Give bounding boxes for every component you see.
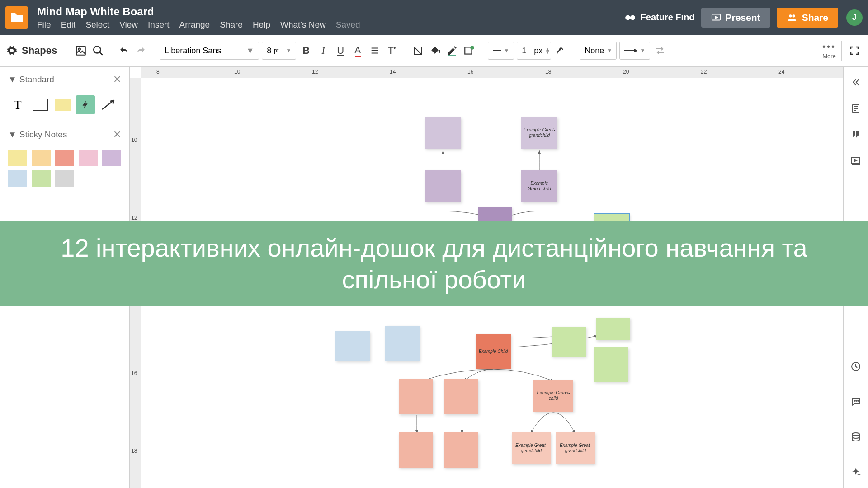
separator (482, 41, 482, 61)
ruler-horizontal: 81012141618202224 (141, 67, 843, 78)
data-button[interactable] (849, 430, 863, 444)
text-color-button[interactable]: A (350, 43, 365, 58)
text-shape[interactable]: T (8, 95, 27, 114)
mindmap-node[interactable] (399, 379, 433, 414)
shape-style-button[interactable] (462, 43, 476, 58)
play-icon (711, 13, 721, 23)
mindmap-node[interactable]: Example Great-grandchild (521, 117, 557, 149)
svg-point-7 (79, 48, 80, 50)
separator (68, 41, 68, 61)
mindmap-node[interactable]: Example Grand-child (521, 170, 557, 202)
feature-find-button[interactable]: Feature Find (624, 12, 695, 23)
close-icon[interactable]: ✕ (113, 129, 121, 141)
separator (841, 41, 842, 61)
mindmap-node[interactable] (596, 318, 630, 340)
fill-button[interactable] (410, 43, 425, 58)
menu-arrange[interactable]: Arrange (179, 20, 210, 30)
clipboard-button[interactable] (849, 102, 863, 115)
sticky-purple[interactable] (102, 150, 121, 166)
bold-button[interactable]: B (299, 43, 313, 58)
menu-help[interactable]: Help (253, 20, 270, 30)
sticky-gray[interactable] (55, 170, 74, 187)
italic-icon: I (322, 45, 325, 56)
arrow-icon (100, 99, 116, 111)
underline-button[interactable]: U (333, 43, 348, 58)
menu-view[interactable]: View (119, 20, 138, 30)
arrow-end-select[interactable]: ▼ (619, 42, 650, 60)
italic-button[interactable]: I (316, 43, 330, 58)
note-shape[interactable] (53, 95, 72, 114)
font-family-select[interactable]: Liberation Sans▼ (160, 42, 259, 60)
menu-edit[interactable]: Edit (61, 20, 76, 30)
menu-share[interactable]: Share (220, 20, 243, 30)
history-button[interactable] (849, 360, 863, 373)
document-title[interactable]: Mind Map White Board (37, 5, 624, 18)
rect-shape[interactable] (31, 95, 50, 114)
sticky-yellow2[interactable] (32, 150, 51, 166)
standard-panel-header[interactable]: ▼Standard ✕ (0, 67, 129, 92)
sparkle-button[interactable] (849, 465, 863, 479)
mindmap-node[interactable] (425, 117, 461, 149)
text-size-button[interactable]: T▸ (385, 43, 399, 58)
mindmap-node[interactable] (552, 327, 586, 357)
mindmap-node[interactable] (444, 379, 478, 414)
sticky-yellow1[interactable] (8, 150, 27, 166)
lightning-shape[interactable] (76, 95, 95, 114)
swap-arrows-button[interactable] (653, 43, 667, 58)
user-avatar[interactable]: J (846, 9, 863, 26)
mindmap-node[interactable]: Example Great-grandchild (512, 432, 551, 464)
fullscreen-button[interactable] (847, 43, 862, 58)
chevron-down-icon: ▼ (8, 75, 17, 84)
mindmap-node[interactable]: Example Child (476, 334, 511, 369)
menu-file[interactable]: File (37, 20, 51, 30)
curve-icon (555, 45, 567, 56)
mindmap-node[interactable] (399, 432, 433, 468)
menu-select[interactable]: Select (85, 20, 109, 30)
svg-rect-6 (77, 46, 86, 55)
search-button[interactable] (91, 43, 105, 58)
fullscreen-icon (849, 45, 860, 56)
mindmap-node[interactable] (385, 326, 420, 361)
svg-rect-10 (448, 55, 456, 56)
mindmap-node[interactable]: Example Great-grandchild (556, 432, 595, 464)
mindmap-node[interactable] (444, 432, 478, 468)
app-logo[interactable] (5, 6, 28, 29)
mindmap-node[interactable] (335, 331, 370, 361)
present-button[interactable]: Present (701, 8, 770, 28)
sticky-coral[interactable] (55, 150, 74, 166)
line-curve-button[interactable] (554, 43, 568, 58)
arrow-start-select[interactable]: None▼ (580, 42, 617, 60)
menu-insert[interactable]: Insert (148, 20, 170, 30)
line-width-select[interactable]: 1 px▲▼ (517, 42, 551, 60)
align-button[interactable] (368, 43, 382, 58)
comment-button[interactable] (849, 128, 863, 141)
image-button[interactable] (74, 43, 88, 58)
shapes-panel-toggle[interactable]: Shapes (6, 45, 57, 56)
sticky-green[interactable] (32, 170, 51, 187)
redo-button[interactable] (134, 43, 148, 58)
app-header: Mind Map White Board File Edit Select Vi… (0, 0, 868, 35)
menu-whats-new[interactable]: What's New (280, 20, 326, 30)
database-icon (850, 432, 861, 442)
arrow-shape[interactable] (99, 95, 118, 114)
mindmap-node[interactable] (425, 170, 461, 202)
border-color-button[interactable] (445, 43, 459, 58)
slides-button[interactable] (849, 154, 863, 168)
share-button[interactable]: Share (777, 8, 838, 28)
sticky-blue[interactable] (8, 170, 27, 187)
bucket-button[interactable] (428, 43, 442, 58)
undo-button[interactable] (117, 43, 131, 58)
sticky-notes-panel-header[interactable]: ▼Sticky Notes ✕ (0, 122, 129, 147)
mindmap-node[interactable]: Example Grand-child (533, 380, 573, 412)
separator (673, 41, 673, 61)
mindmap-node[interactable] (594, 347, 628, 382)
sticky-pink[interactable] (79, 150, 98, 166)
chat-button[interactable] (849, 395, 863, 408)
toolbar: Shapes Liberation Sans▼ 8pt▼ B I U A T▸ … (0, 35, 868, 67)
more-button[interactable]: ••• More (822, 42, 836, 60)
collapse-button[interactable] (849, 75, 863, 89)
font-size-select[interactable]: 8pt▼ (262, 42, 296, 60)
menubar: File Edit Select View Insert Arrange Sha… (37, 20, 624, 30)
close-icon[interactable]: ✕ (113, 74, 121, 85)
line-style-select[interactable]: ▼ (488, 42, 514, 60)
